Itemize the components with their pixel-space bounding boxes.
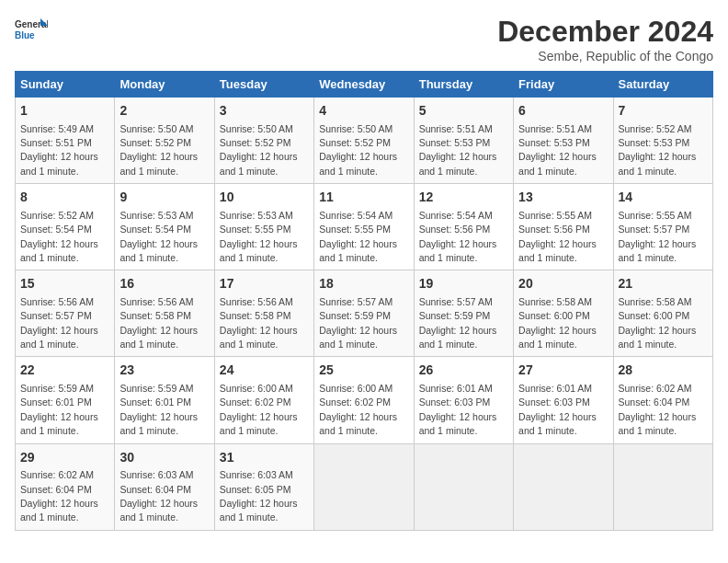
day-info: Sunrise: 5:59 AMSunset: 6:01 PMDaylight:… [20,383,98,436]
day-info: Sunrise: 5:56 AMSunset: 5:57 PMDaylight:… [20,296,98,350]
day-number: 9 [119,189,209,207]
day-info: Sunrise: 5:50 AMSunset: 5:52 PMDaylight:… [319,123,397,177]
day-number: 18 [319,275,408,293]
day-info: Sunrise: 5:53 AMSunset: 5:55 PMDaylight:… [220,210,298,263]
day-number: 11 [319,189,408,207]
day-number: 20 [518,275,608,293]
day-number: 14 [619,189,708,207]
day-info: Sunrise: 6:03 AMSunset: 6:04 PMDaylight:… [119,469,198,523]
calendar-cell: 27 Sunrise: 6:01 AMSunset: 6:03 PMDaylig… [514,357,613,443]
day-info: Sunrise: 6:01 AMSunset: 6:03 PMDaylight:… [419,383,497,436]
subtitle: Sembe, Republic of the Congo [497,49,713,63]
day-number: 4 [319,102,408,121]
calendar-cell: 15 Sunrise: 5:56 AMSunset: 5:57 PMDaylig… [16,270,115,357]
logo: General Blue [15,15,48,48]
calendar-cell: 29 Sunrise: 6:02 AMSunset: 6:04 PMDaylig… [16,443,115,530]
day-info: Sunrise: 5:57 AMSunset: 5:59 PMDaylight:… [319,296,397,350]
calendar-cell [414,443,513,530]
day-info: Sunrise: 5:53 AMSunset: 5:54 PMDaylight:… [119,210,198,263]
day-number: 10 [220,189,309,207]
day-number: 2 [119,102,209,121]
calendar-row: 22 Sunrise: 5:59 AMSunset: 6:01 PMDaylig… [16,357,713,443]
day-number: 23 [119,362,209,380]
day-number: 26 [419,362,508,380]
day-info: Sunrise: 6:02 AMSunset: 6:04 PMDaylight:… [619,383,697,436]
calendar-cell: 31 Sunrise: 6:03 AMSunset: 6:05 PMDaylig… [214,443,313,530]
calendar-cell: 20 Sunrise: 5:58 AMSunset: 6:00 PMDaylig… [514,270,613,357]
day-number: 24 [220,362,309,380]
day-info: Sunrise: 6:02 AMSunset: 6:04 PMDaylight:… [20,469,98,523]
header: General Blue December 2024 Sembe, Republ… [15,15,713,63]
day-number: 13 [518,189,608,207]
calendar-row: 8 Sunrise: 5:52 AMSunset: 5:54 PMDayligh… [16,184,713,270]
day-number: 5 [419,102,508,121]
day-info: Sunrise: 6:03 AMSunset: 6:05 PMDaylight:… [220,469,298,523]
title-area: December 2024 Sembe, Republic of the Con… [497,15,713,63]
day-number: 21 [619,275,708,293]
col-thursday: Thursday [414,72,513,98]
calendar-cell: 18 Sunrise: 5:57 AMSunset: 5:59 PMDaylig… [314,270,414,357]
calendar-cell: 6 Sunrise: 5:51 AMSunset: 5:53 PMDayligh… [514,98,613,184]
day-info: Sunrise: 5:59 AMSunset: 6:01 PMDaylight:… [119,383,198,436]
calendar-cell: 26 Sunrise: 6:01 AMSunset: 6:03 PMDaylig… [414,357,513,443]
calendar-cell: 7 Sunrise: 5:52 AMSunset: 5:53 PMDayligh… [613,98,712,184]
day-number: 22 [20,362,109,380]
day-info: Sunrise: 6:00 AMSunset: 6:02 PMDaylight:… [319,383,397,436]
day-info: Sunrise: 5:51 AMSunset: 5:53 PMDaylight:… [518,123,597,177]
day-info: Sunrise: 5:52 AMSunset: 5:54 PMDaylight:… [20,210,98,263]
calendar-cell: 13 Sunrise: 5:55 AMSunset: 5:56 PMDaylig… [514,184,613,270]
day-info: Sunrise: 5:50 AMSunset: 5:52 PMDaylight:… [119,123,198,177]
calendar-row: 15 Sunrise: 5:56 AMSunset: 5:57 PMDaylig… [16,270,713,357]
main-title: December 2024 [497,15,713,49]
day-number: 3 [220,102,309,121]
calendar-cell: 9 Sunrise: 5:53 AMSunset: 5:54 PMDayligh… [115,184,214,270]
calendar-cell [613,443,712,530]
calendar-cell: 12 Sunrise: 5:54 AMSunset: 5:56 PMDaylig… [414,184,513,270]
svg-text:Blue: Blue [15,30,35,40]
calendar-cell: 25 Sunrise: 6:00 AMSunset: 6:02 PMDaylig… [314,357,414,443]
col-monday: Monday [115,72,214,98]
col-wednesday: Wednesday [314,72,414,98]
day-info: Sunrise: 6:00 AMSunset: 6:02 PMDaylight:… [220,383,298,436]
col-saturday: Saturday [613,72,712,98]
day-info: Sunrise: 5:54 AMSunset: 5:56 PMDaylight:… [419,210,497,263]
calendar-cell [314,443,414,530]
calendar-cell: 30 Sunrise: 6:03 AMSunset: 6:04 PMDaylig… [115,443,214,530]
day-info: Sunrise: 5:58 AMSunset: 6:00 PMDaylight:… [619,296,697,350]
calendar-cell: 21 Sunrise: 5:58 AMSunset: 6:00 PMDaylig… [613,270,712,357]
day-number: 6 [518,102,608,121]
calendar-cell: 14 Sunrise: 5:55 AMSunset: 5:57 PMDaylig… [613,184,712,270]
day-info: Sunrise: 5:50 AMSunset: 5:52 PMDaylight:… [220,123,298,177]
day-info: Sunrise: 5:54 AMSunset: 5:55 PMDaylight:… [319,210,397,263]
day-info: Sunrise: 5:49 AMSunset: 5:51 PMDaylight:… [20,123,98,177]
day-info: Sunrise: 5:55 AMSunset: 5:57 PMDaylight:… [619,210,697,263]
logo-svg: General Blue [15,15,48,48]
day-number: 1 [20,102,109,121]
day-number: 12 [419,189,508,207]
calendar-cell: 22 Sunrise: 5:59 AMSunset: 6:01 PMDaylig… [16,357,115,443]
day-number: 16 [119,275,209,293]
day-number: 28 [619,362,708,380]
day-number: 30 [119,449,209,467]
header-row: Sunday Monday Tuesday Wednesday Thursday… [16,72,713,98]
calendar-cell: 19 Sunrise: 5:57 AMSunset: 5:59 PMDaylig… [414,270,513,357]
calendar-cell: 2 Sunrise: 5:50 AMSunset: 5:52 PMDayligh… [115,98,214,184]
calendar-cell: 23 Sunrise: 5:59 AMSunset: 6:01 PMDaylig… [115,357,214,443]
calendar-cell: 10 Sunrise: 5:53 AMSunset: 5:55 PMDaylig… [214,184,313,270]
day-number: 29 [20,449,109,467]
calendar-cell: 5 Sunrise: 5:51 AMSunset: 5:53 PMDayligh… [414,98,513,184]
calendar-cell: 24 Sunrise: 6:00 AMSunset: 6:02 PMDaylig… [214,357,313,443]
day-info: Sunrise: 5:51 AMSunset: 5:53 PMDaylight:… [419,123,497,177]
calendar-cell: 16 Sunrise: 5:56 AMSunset: 5:58 PMDaylig… [115,270,214,357]
calendar-row: 1 Sunrise: 5:49 AMSunset: 5:51 PMDayligh… [16,98,713,184]
calendar-table: Sunday Monday Tuesday Wednesday Thursday… [15,71,713,531]
day-number: 7 [619,102,708,121]
day-number: 15 [20,275,109,293]
day-info: Sunrise: 5:56 AMSunset: 5:58 PMDaylight:… [220,296,298,350]
day-number: 31 [220,449,309,467]
calendar-cell: 8 Sunrise: 5:52 AMSunset: 5:54 PMDayligh… [16,184,115,270]
day-number: 17 [220,275,309,293]
calendar-cell [514,443,613,530]
col-tuesday: Tuesday [214,72,313,98]
calendar-cell: 4 Sunrise: 5:50 AMSunset: 5:52 PMDayligh… [314,98,414,184]
